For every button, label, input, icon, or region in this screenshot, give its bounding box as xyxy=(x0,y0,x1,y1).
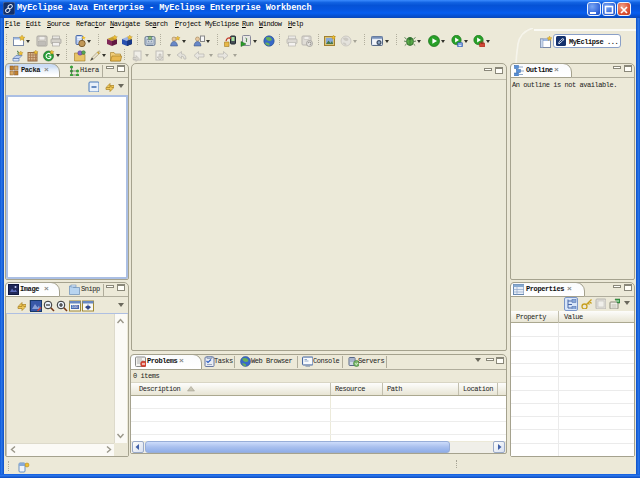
svg-text:100: 100 xyxy=(72,305,78,309)
